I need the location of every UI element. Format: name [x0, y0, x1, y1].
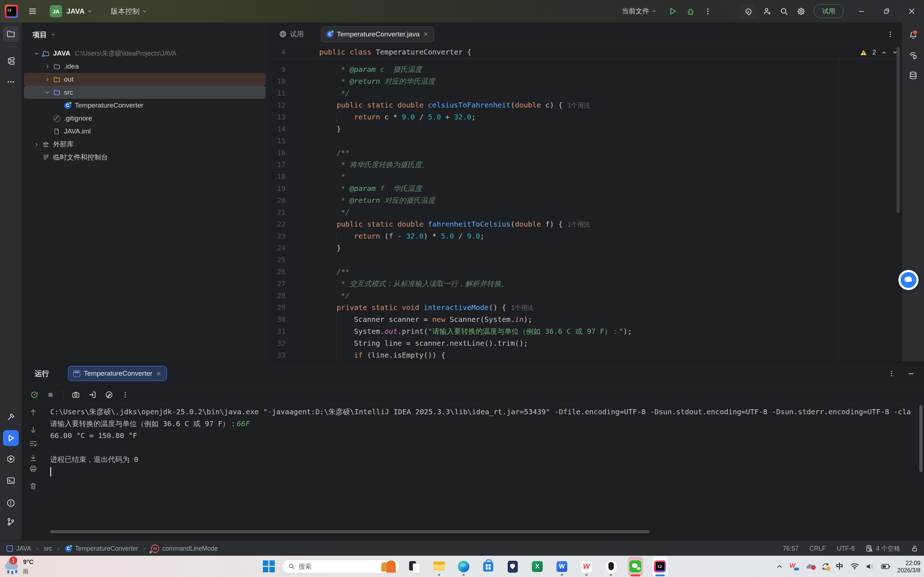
taskbar-app-wps[interactable]: W [579, 556, 594, 577]
wps-cloud-icon[interactable]: W [790, 562, 799, 571]
code-line[interactable]: 23 return (f - 32.0) * 5.0 / 9.0; [268, 230, 902, 242]
usages-inlay[interactable]: 1个用法 [568, 102, 590, 109]
code-line[interactable]: 33 if (line.isEmpty()) { [268, 349, 902, 361]
tree-item-.gitignore[interactable]: .gitignore [24, 112, 266, 125]
code-viewport[interactable]: *9 * @param c 摄氏温度10 * @return 对应的华氏温度11… [268, 58, 902, 361]
git-tool-window-button[interactable] [3, 514, 19, 530]
print-icon[interactable] [29, 465, 37, 473]
code-line[interactable]: 4public class TemperatureConverter { [268, 46, 902, 58]
code-line[interactable]: 30 Scanner scanner = new Scanner(System.… [268, 314, 902, 326]
console-more-icon[interactable] [122, 391, 129, 398]
restore-window-icon[interactable] [883, 8, 890, 15]
line-ending[interactable]: CRLF [809, 545, 826, 553]
code-line[interactable]: 11 */ [268, 87, 902, 99]
minimize-window-icon[interactable] [858, 8, 865, 15]
wifi-icon[interactable] [850, 562, 859, 570]
project-avatar[interactable]: JA [50, 5, 62, 17]
more-tool-windows-button[interactable] [3, 74, 19, 90]
scroll-to-end-icon[interactable] [29, 454, 37, 462]
windows-start-button[interactable] [263, 561, 275, 572]
search-everywhere-icon[interactable] [780, 7, 788, 16]
pinned-trial-tab[interactable]: 试用 [279, 30, 304, 39]
unlock-icon[interactable] [911, 545, 918, 552]
vcs-widget[interactable]: 版本控制 [110, 6, 139, 16]
code-line[interactable]: 25 [268, 254, 902, 266]
code-line[interactable]: 20 * @return 对应的摄氏温度 [268, 195, 902, 206]
chevron-down-icon[interactable] [652, 9, 657, 14]
run-panel-title[interactable]: 运行 [35, 369, 49, 379]
indent-setting[interactable]: 4 个空格 [866, 544, 900, 553]
sticky-line[interactable]: 4public class TemperatureConverter { 2 [268, 46, 902, 59]
run-button[interactable] [668, 7, 677, 16]
code-line[interactable]: 32 String line = scanner.nextLine().trim… [268, 337, 902, 349]
close-window-icon[interactable] [908, 8, 915, 15]
code-line[interactable]: 26 /** [268, 266, 902, 278]
taskbar-app-edge[interactable] [456, 556, 471, 577]
taskbar-app-wechat[interactable] [628, 556, 643, 577]
run-tab-active[interactable]: TemperatureConverter [68, 366, 167, 381]
chevron-down-icon[interactable] [87, 9, 92, 14]
onedrive-icon[interactable] [806, 563, 814, 569]
tree-item-外部库[interactable]: 外部库 [24, 138, 266, 151]
chevron-right-icon[interactable] [32, 142, 41, 147]
code-line[interactable]: 27 * 交互式模式：从标准输入读取一行，解析并转换。 [268, 278, 902, 290]
project-tool-window-button[interactable] [3, 26, 19, 42]
file-encoding[interactable]: UTF-8 [837, 545, 855, 553]
volume-icon[interactable] [866, 563, 874, 570]
ai-chat-icon[interactable] [906, 48, 921, 63]
settings-gear-icon[interactable] [797, 7, 805, 16]
floating-assistant-button[interactable] [898, 270, 919, 290]
code-line[interactable]: 21 */ [268, 206, 902, 218]
run-tool-window-button[interactable] [3, 430, 19, 446]
code-line[interactable]: 10 * @return 对应的华氏温度 [268, 76, 902, 87]
code-line[interactable]: 28 */ [268, 290, 902, 302]
ime-indicator[interactable]: 中 [836, 561, 843, 571]
taskbar-clock[interactable]: 22:09 2026/3/8 [897, 559, 921, 574]
chevron-down-icon[interactable] [43, 90, 52, 95]
code-line[interactable]: 19 * @param f 华氏温度 [268, 182, 902, 195]
notifications-bell-icon[interactable] [906, 27, 921, 43]
chevron-right-icon[interactable] [43, 77, 52, 82]
code-line[interactable]: 15 [268, 135, 902, 147]
ai-assistant-icon[interactable] [741, 4, 755, 18]
tray-chevron-up-icon[interactable] [776, 563, 783, 570]
taskbar-app-excel[interactable]: X [530, 556, 545, 577]
editor-scrollbar[interactable] [897, 47, 900, 213]
tab-options-icon[interactable] [887, 31, 894, 38]
code-line[interactable]: 14 } [268, 123, 902, 135]
breadcrumb-item-src[interactable]: src [44, 545, 52, 553]
chevron-down-icon[interactable] [50, 32, 56, 37]
console-vertical-scrollbar[interactable] [919, 405, 922, 472]
clear-console-trash-icon[interactable] [29, 482, 37, 490]
scroll-down-icon[interactable] [29, 426, 37, 434]
code-line[interactable]: 29 private static void interactiveMode()… [268, 302, 902, 314]
inspections-widget[interactable]: 2 [860, 46, 898, 58]
build-tool-window-button[interactable] [3, 409, 19, 425]
hide-panel-icon[interactable] [907, 370, 914, 377]
chevron-down-icon[interactable] [32, 51, 41, 56]
tree-item-JAVA.iml[interactable]: JAVA.iml [24, 125, 266, 138]
tree-item-TemperatureConverter[interactable]: CTemperatureConverter [24, 99, 266, 112]
thread-dump-camera-icon[interactable] [72, 391, 80, 399]
problems-tool-window-button[interactable] [3, 495, 19, 511]
taskbar-app-word[interactable]: W [554, 556, 569, 577]
sync-icon[interactable] [821, 562, 829, 571]
code-line[interactable]: 9 * @param c 摄氏温度 [268, 63, 902, 76]
trial-badge[interactable]: 试用 [814, 4, 843, 18]
code-line[interactable]: 16 /** [268, 147, 902, 159]
code-line[interactable]: 22 public static double fahrenheitToCels… [268, 218, 902, 230]
console-horizontal-scrollbar[interactable] [50, 530, 649, 533]
chevron-down-icon[interactable] [142, 9, 147, 14]
more-actions-icon[interactable] [704, 8, 712, 15]
terminal-tool-window-button[interactable] [3, 473, 19, 488]
rerun-icon[interactable] [30, 391, 38, 399]
project-name[interactable]: JAVA [66, 7, 84, 16]
code-line[interactable]: * [268, 58, 902, 63]
taskbar-app-task-view[interactable] [407, 556, 422, 577]
code-line[interactable]: 12 public static double celsiusToFahrenh… [268, 99, 902, 111]
weather-widget[interactable]: 1 9°C 雨 [4, 557, 34, 575]
soft-wrap-icon[interactable] [29, 440, 37, 448]
attach-console-icon[interactable] [89, 391, 96, 399]
structure-tool-window-button[interactable] [3, 53, 19, 69]
tree-item-src[interactable]: src [24, 86, 266, 99]
